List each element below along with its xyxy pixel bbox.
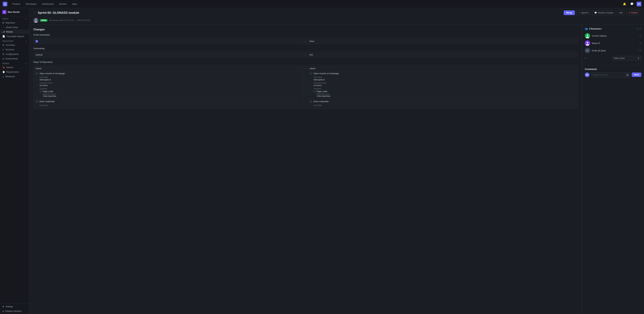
user-avatar[interactable]: RR <box>636 2 641 6</box>
svg-point-9 <box>587 42 588 44</box>
status-badge: Open <box>40 19 48 22</box>
test-plans-icon: ☰ <box>2 44 4 46</box>
to-be-automated-section: To Be Automated ✓ → None <box>33 34 578 44</box>
tests-section-header[interactable]: TESTS ▲ <box>0 16 29 21</box>
automated-arrow-icon: → <box>304 39 308 44</box>
step-1-expected-left: Expected result no errors <box>40 82 302 87</box>
comment-image-icon[interactable]: 🖼 <box>626 74 628 76</box>
automating-left-value: Android <box>36 54 42 56</box>
sidebar-item-collapse[interactable]: ◂ Collapse submenu <box>0 309 29 313</box>
steps-section: Steps To Reproduce classic → 1 <box>33 61 578 109</box>
workspace-icon: M <box>2 10 6 14</box>
automated-right-value: None <box>310 40 314 43</box>
workspace-selector[interactable]: M Mars Rocket <box>0 8 29 16</box>
add-reviewer-button[interactable]: + <box>585 57 611 59</box>
merge-button[interactable]: Merge <box>564 11 575 15</box>
tests-chevron-icon: ▲ <box>25 18 27 20</box>
comment-input-row: RR 🖼 Send <box>585 73 641 78</box>
sidebar-item-repository[interactable]: ⊞ Repository <box>0 21 29 25</box>
substeps-right: Substeps 1 Page Loads Expected result <box>314 88 576 97</box>
pr-author-avatar <box>33 18 38 23</box>
reviewer-emily-remove-button[interactable]: ✕ <box>639 49 641 52</box>
to-be-automated-right: None <box>308 39 578 44</box>
nav-workspace[interactable]: Workspace <box>23 2 39 6</box>
sidebar-item-configurations[interactable]: ⚙ Configurations <box>0 52 29 56</box>
sidebar-item-defects[interactable]: 🐞 Defects <box>0 65 29 70</box>
step-2-num-left: 2 <box>36 100 38 103</box>
page-title: Sprint-50- GLONASS module <box>38 11 79 15</box>
notifications-icon[interactable]: 🔔 <box>622 1 627 7</box>
step-1-action-right: Open console on homepage <box>314 72 339 75</box>
automating-title: Automating <box>33 47 578 51</box>
edit-button[interactable]: Edit <box>617 11 625 15</box>
messages-icon[interactable]: 💬 <box>629 1 634 7</box>
all-approved-icon-2: ✓ <box>639 27 641 30</box>
configurations-icon: ⚙ <box>2 53 4 55</box>
automating-arrow-icon: → <box>304 52 308 57</box>
changes-title: Changes <box>33 28 578 31</box>
sidebar-item-test-plans[interactable]: ☰ Test Plans <box>0 43 29 47</box>
sidebar-item-environments[interactable]: ◎ Environments <box>0 56 29 61</box>
reviewers-count: 3 Reviewers <box>589 28 602 30</box>
step-type-left-label: classic <box>36 67 42 70</box>
step-1-input-left: Input data www.qase.io <box>40 76 302 81</box>
comment-input[interactable] <box>593 74 625 76</box>
nav-apps[interactable]: Apps <box>70 2 79 6</box>
select-reviewer-dropdown[interactable]: Select value ▼ <box>612 56 642 61</box>
nav-dashboards[interactable]: Dashboards <box>40 2 56 6</box>
send-comment-button[interactable]: Send <box>632 73 641 77</box>
sidebar: M Mars Rocket TESTS ▲ ⊞ Repository ↔ Sha… <box>0 8 29 314</box>
sidebar-item-test-runs[interactable]: ▷ Test Runs <box>0 47 29 52</box>
sidebar-item-label: Test Runs <box>5 49 14 51</box>
reviewer-emily-avatar: EK <box>585 48 590 53</box>
substep-1-right: 1 Page Loads Expected result <3ms load t… <box>314 90 576 97</box>
step-1-right: 1 Open console on homepage Input data ww… <box>308 71 578 99</box>
sidebar-item-shared-steps[interactable]: ↔ Shared Steps <box>0 25 29 30</box>
sidebar-item-settings[interactable]: ⚙ Settings <box>0 304 29 309</box>
to-be-automated-title: To Be Automated <box>33 34 578 37</box>
step-type-left-arrow-icon: → <box>300 67 302 70</box>
pr-id: MROCKET-538 <box>77 19 90 21</box>
reviewer-connor-name: Connor Hejmej <box>592 35 638 37</box>
sidebar-item-traceability[interactable]: 📄 Traceability Reports <box>0 34 29 39</box>
nav-queries[interactable]: Queries <box>57 2 69 6</box>
split-view: Changes To Be Automated ✓ → None <box>29 25 644 314</box>
nav-projects[interactable]: Projects <box>10 2 23 6</box>
reviewer-connor-avatar <box>585 33 590 39</box>
step-2-action-left: Enter credentials <box>40 100 55 103</box>
pr-meta: Open 09 February 2024 at 12:51:06 | MROC… <box>33 17 640 25</box>
sidebar-item-label: Traceability Reports <box>6 35 24 38</box>
automated-checkbox[interactable]: ✓ <box>36 40 38 43</box>
sidebar-item-requirements[interactable]: 📋 Requirements <box>0 70 29 74</box>
reviewers-header: 👥 3 Reviewers ✓ ✓ <box>585 27 641 30</box>
svg-point-3 <box>35 19 37 21</box>
approve-button[interactable]: ✓ Approve <box>576 11 591 15</box>
execution-chevron-icon: ▲ <box>25 41 27 42</box>
steps-left-col: classic → 1 Open console on homepage <box>34 66 304 108</box>
request-changes-button[interactable]: 💬 Request changes <box>592 11 616 15</box>
repository-icon: ⊞ <box>2 22 4 24</box>
reviewers-icon: 👥 <box>585 27 588 30</box>
issues-section-header[interactable]: ISSUES ▲ <box>0 61 29 65</box>
automating-section: Automating Android → iOS <box>33 47 578 58</box>
comment-input-area: 🖼 <box>591 73 630 78</box>
sidebar-item-review[interactable]: ⎇ Review <box>0 30 29 34</box>
back-button[interactable]: ← <box>33 11 36 14</box>
execution-section-header[interactable]: EXECUTION ▲ <box>0 39 29 43</box>
step-type-right-label: classic <box>310 67 316 70</box>
reviewer-connor-status: ✓ <box>639 35 641 37</box>
right-panel: 👥 3 Reviewers ✓ ✓ <box>582 25 644 314</box>
workspace-name: Mars Rocket <box>8 11 20 13</box>
decline-button[interactable]: ✕ Decline <box>626 11 640 15</box>
logo[interactable]: Q <box>3 2 8 6</box>
defects-icon: 🐞 <box>2 66 5 69</box>
step-2-action-right: Enter credentials <box>314 100 329 103</box>
test-runs-icon: ▷ <box>2 48 4 51</box>
step-type-right: classic <box>308 66 578 71</box>
settings-icon: ⚙ <box>2 305 4 308</box>
substep-1-left: 1 Page Loads Expected result <3ms load t… <box>40 90 302 97</box>
reviewer-manju-avatar <box>585 41 590 46</box>
issues-chevron-icon: ▲ <box>25 63 27 65</box>
sidebar-item-milestones[interactable]: △ Milestones <box>0 74 29 79</box>
reviewer-manju: Manju R ✓ <box>585 40 641 47</box>
